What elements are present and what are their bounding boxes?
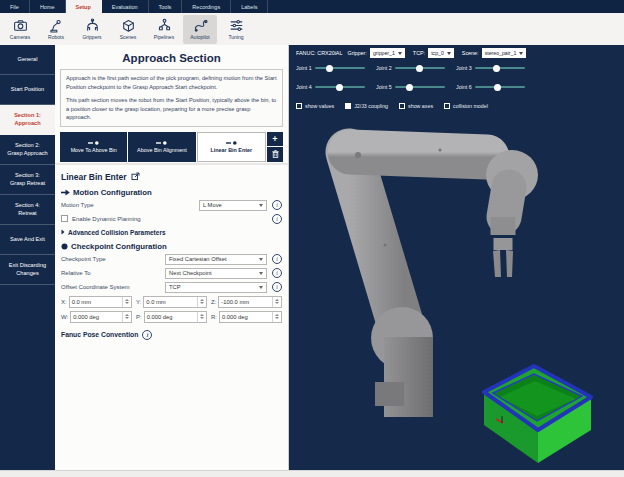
checkpoint-tab[interactable]: Move To Above Bin — [60, 132, 127, 162]
spin-up-icon — [275, 314, 279, 316]
sidebar-item[interactable]: Start Position — [0, 75, 55, 105]
joint-label: Joint 5 — [376, 84, 392, 90]
sidebar-item[interactable]: Section 4: Retreat — [0, 195, 55, 225]
selector-dropdown[interactable]: tcp_0 — [428, 48, 454, 58]
rotation-spinner[interactable]: 0.000 deg — [70, 311, 132, 323]
joint-slider[interactable] — [395, 86, 445, 88]
option-checkbox[interactable] — [345, 103, 351, 109]
camera-icon — [13, 18, 28, 33]
spinner-arrows[interactable] — [122, 297, 131, 307]
spinner-arrows[interactable] — [272, 312, 281, 322]
menu-tab-label: Setup — [76, 4, 91, 10]
selector-dropdown[interactable]: stereo_pair_1 — [482, 48, 527, 58]
spinner-arrows[interactable] — [122, 312, 131, 322]
selector-value: gripper_1 — [373, 50, 395, 56]
info-icon[interactable]: i — [142, 330, 152, 340]
sidebar-item-label: Section 4: Retreat — [15, 202, 40, 217]
option-checkbox[interactable] — [444, 103, 450, 109]
slider-thumb[interactable] — [336, 84, 343, 91]
option-checkbox[interactable] — [399, 103, 405, 109]
config-select[interactable]: Fixed Cartesian Offset — [165, 254, 267, 265]
rotation-field: P: 0.000 deg — [136, 311, 207, 323]
autopilot-path-icon — [193, 18, 208, 33]
slider-thumb[interactable] — [493, 65, 500, 72]
checkpoint-name-heading: Linear Bin Enter — [61, 172, 127, 182]
joint-slider[interactable] — [315, 67, 365, 69]
delete-checkpoint-button[interactable] — [267, 147, 283, 162]
option-checkbox[interactable] — [296, 103, 302, 109]
bin-model — [484, 366, 591, 463]
menu-tab[interactable]: Evaluation — [102, 0, 149, 13]
dynamic-planning-row: Enable Dynamic Planning i — [61, 214, 282, 224]
ribbon-button-label: Tuning — [228, 34, 243, 40]
checkpoint-tab[interactable]: Above Bin Alignment — [128, 132, 195, 162]
joint-slider[interactable] — [475, 86, 525, 88]
menu-tab[interactable]: Setup — [66, 0, 102, 13]
position-field: Y: 0.0 mm — [136, 296, 207, 308]
spinner-arrows[interactable] — [272, 297, 281, 307]
motion-type-select[interactable]: L Move — [199, 200, 267, 211]
config-select[interactable]: Next Checkpoint — [165, 268, 267, 279]
menu-tab[interactable]: Labels — [231, 0, 268, 13]
slider-thumb[interactable] — [416, 65, 423, 72]
sidebar-item[interactable]: Section 1: Approach — [0, 105, 55, 135]
rotation-field-label: P: — [136, 314, 142, 320]
sidebar-item[interactable]: General — [0, 45, 55, 75]
sidebar-item-label: Exit Discarding Changes — [9, 262, 46, 277]
ribbon-button[interactable]: Robots — [39, 15, 73, 44]
edit-external-icon[interactable] — [131, 172, 140, 181]
ribbon-button[interactable]: Tuning — [219, 15, 253, 44]
section-description: Approach is the first path section of th… — [60, 69, 283, 127]
info-icon[interactable]: i — [272, 282, 282, 292]
add-checkpoint-button[interactable]: + — [267, 132, 283, 147]
menu-tab[interactable]: Home — [30, 0, 66, 13]
motion-config-heading: Motion Configuration — [73, 188, 152, 197]
info-icon[interactable]: i — [272, 268, 282, 278]
selector-dropdown[interactable]: gripper_1 — [370, 48, 405, 58]
sidebar-item[interactable]: Section 2: Grasp Approach — [0, 135, 55, 165]
viewport-option: J2/J3 coupling — [345, 103, 388, 109]
checkpoint-tab[interactable]: Linear Bin Enter — [197, 132, 266, 162]
spinner-arrows[interactable] — [197, 312, 206, 322]
position-spinner[interactable]: 0.0 mm — [69, 296, 132, 308]
rotation-spinner[interactable]: 0.000 deg — [144, 311, 207, 323]
advanced-collision-expander[interactable]: Advanced Collision Parameters — [61, 229, 282, 236]
ribbon-button[interactable]: Cameras — [3, 15, 37, 44]
info-icon[interactable]: i — [272, 254, 282, 264]
rotation-value: 0.000 deg — [71, 312, 122, 322]
info-icon[interactable]: i — [272, 200, 282, 210]
menu-tab[interactable]: Recordings — [182, 0, 231, 13]
ribbon-button[interactable]: Grippers — [75, 15, 109, 44]
info-icon[interactable]: i — [272, 214, 282, 224]
spinner-arrows[interactable] — [197, 297, 206, 307]
sidebar-item[interactable]: Save And Exit — [0, 225, 55, 255]
sidebar-item[interactable]: Section 3: Grasp Retreat — [0, 165, 55, 195]
position-spinner[interactable]: 0.0 mm — [143, 296, 207, 308]
position-value: 0.0 mm — [144, 297, 197, 307]
joint-slider[interactable] — [315, 86, 365, 88]
slider-thumb[interactable] — [326, 65, 333, 72]
viewport-option: show values — [296, 103, 334, 109]
rotation-spinner[interactable]: 0.000 deg — [219, 311, 282, 323]
position-field-label: Y: — [136, 299, 141, 305]
chevron-down-icon — [259, 286, 263, 289]
ribbon-button[interactable]: Autopilot — [183, 15, 217, 44]
rotation-field: W: 0.000 deg — [61, 311, 132, 323]
menu-tab[interactable]: File — [0, 0, 30, 13]
joint-slider[interactable] — [475, 67, 525, 69]
position-spinner[interactable]: -100.0 mm — [218, 296, 282, 308]
ribbon-button[interactable]: Scenes — [111, 15, 145, 44]
sidebar-item[interactable]: Exit Discarding Changes — [0, 255, 55, 285]
menu-tab[interactable]: Tools — [149, 0, 183, 13]
ribbon-button[interactable]: Pipelines — [147, 15, 181, 44]
robot-3d-viewport[interactable]: FANUC: CRX20iAL Gripper: gripper_1 TCP: … — [290, 45, 624, 470]
joint-slider[interactable] — [395, 67, 445, 69]
sidebar-item-label: Start Position — [11, 86, 44, 94]
slider-thumb[interactable] — [406, 84, 413, 91]
dynamic-planning-checkbox[interactable] — [61, 215, 68, 222]
menu-tab-label: Home — [40, 4, 55, 10]
config-select[interactable]: TCP — [165, 282, 267, 293]
position-field-label: X: — [61, 299, 67, 305]
slider-thumb[interactable] — [494, 84, 501, 91]
ribbon-button-label: Robots — [48, 34, 64, 40]
